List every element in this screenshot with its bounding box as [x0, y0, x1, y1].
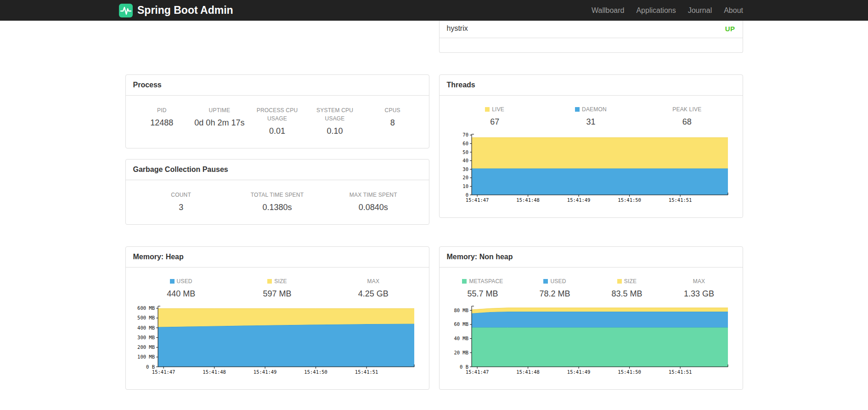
svg-text:15:41:49: 15:41:49	[567, 369, 590, 375]
memory-heap-panel: Memory: Heap USED 440 MB	[125, 246, 429, 390]
nav-link[interactable]: Applications	[630, 6, 682, 15]
health-service-name: hystrix	[447, 24, 468, 33]
metric: PROCESS CPU USAGE 0.01	[248, 106, 306, 136]
metric-value: 12488	[133, 118, 191, 128]
svg-text:15:41:47: 15:41:47	[152, 369, 175, 375]
metric-label: SIZE	[274, 278, 287, 285]
svg-text:50: 50	[462, 149, 468, 155]
metric-value: 1.33 GB	[663, 289, 735, 299]
metric-value: 440 MB	[133, 289, 229, 299]
metric: SYSTEM CPU USAGE 0.10	[306, 106, 364, 136]
process-panel-title: Process	[126, 75, 429, 96]
nav-link[interactable]: Journal	[682, 6, 718, 15]
metric: METASPACE 55.7 MB	[447, 277, 519, 299]
metric-value: 0.01	[248, 126, 306, 136]
metric-label: SYSTEM CPU USAGE	[316, 107, 353, 122]
brand-title: Spring Boot Admin	[137, 4, 233, 17]
memory-heap-panel-title: Memory: Heap	[126, 247, 429, 268]
gc-panel-title: Garbage Collection Pauses	[126, 159, 429, 180]
metric: CPUS 8	[364, 106, 422, 136]
legend-swatch	[462, 279, 467, 284]
metric-value: 78.2 MB	[519, 289, 591, 299]
nav-link[interactable]: About	[718, 6, 749, 15]
health-panel-footer	[440, 38, 743, 52]
svg-text:40 MB: 40 MB	[454, 336, 468, 341]
legend-swatch	[485, 107, 490, 112]
metric: DAEMON 31	[543, 105, 639, 127]
svg-text:60: 60	[462, 141, 468, 146]
metric-label-row: MAX TIME SPENT	[325, 190, 421, 199]
metric-label-row: LIVE	[447, 105, 543, 113]
metric-label: PROCESS CPU USAGE	[257, 107, 298, 122]
metric-label-row: PROCESS CPU USAGE	[248, 106, 306, 122]
process-panel: Process PID 12488	[125, 74, 429, 148]
svg-text:400 MB: 400 MB	[137, 325, 155, 330]
metric: MAX 4.25 GB	[325, 277, 421, 299]
metric-label: PEAK LIVE	[672, 106, 701, 113]
nav-link[interactable]: Wallboard	[586, 6, 630, 15]
process-metrics: PID 12488 UPTIME 0d 0h 2m 17s	[133, 106, 422, 136]
metric-label: USED	[177, 278, 192, 285]
svg-text:0 B: 0 B	[460, 364, 468, 370]
legend-swatch	[267, 279, 272, 284]
svg-text:15:41:48: 15:41:48	[203, 369, 226, 375]
metric-label-row: COUNT	[133, 190, 229, 199]
gc-panel-body: COUNT 3 TOTAL TIME SPENT 0.1380s	[126, 180, 429, 224]
metric-label-row: UPTIME	[191, 106, 248, 114]
metric-label-row: PID	[133, 106, 191, 114]
gc-panel: Garbage Collection Pauses COUNT 3	[125, 159, 429, 225]
metric: MAX 1.33 GB	[663, 277, 735, 299]
metric-label-row: USED	[133, 277, 229, 285]
metric-label-row: MAX	[663, 277, 735, 285]
metric: COUNT 3	[133, 190, 229, 212]
metric-value: 8	[364, 118, 422, 128]
svg-text:15:41:47: 15:41:47	[465, 197, 489, 203]
metric-label-row: CPUS	[364, 106, 422, 114]
metric-label: MAX TIME SPENT	[349, 192, 397, 198]
metric-label-row: TOTAL TIME SPENT	[229, 190, 325, 199]
svg-text:80 MB: 80 MB	[454, 308, 468, 313]
memory-nonheap-panel: Memory: Non heap METASPACE 55.7 MB	[439, 246, 743, 390]
memory-nonheap-panel-title: Memory: Non heap	[440, 247, 743, 268]
metric-value: 68	[639, 117, 735, 127]
heap-metrics: USED 440 MB SIZE 597 MB	[133, 277, 422, 299]
metric-label: CPUS	[385, 107, 400, 114]
svg-text:15:41:51: 15:41:51	[668, 369, 692, 375]
svg-text:10: 10	[462, 183, 468, 189]
metric-label: DAEMON	[582, 106, 607, 113]
nonheap-chart: 0 B20 MB40 MB60 MB80 MB15:41:4715:41:481…	[447, 303, 735, 378]
metric: SIZE 83.5 MB	[591, 277, 663, 299]
metric-label: MAX	[693, 278, 705, 285]
brand[interactable]: Spring Boot Admin	[119, 4, 233, 17]
svg-text:0 B: 0 B	[146, 364, 155, 370]
metric-label: MAX	[367, 278, 380, 285]
metric-value: 83.5 MB	[591, 289, 663, 299]
svg-text:70: 70	[462, 132, 468, 137]
memory-nonheap-panel-body: METASPACE 55.7 MB USED 78.2 MB	[440, 268, 743, 389]
nav-links: Wallboard Applications Journal About	[586, 6, 749, 15]
metric-label: LIVE	[492, 106, 504, 113]
metric-label: SIZE	[624, 278, 637, 285]
svg-text:15:41:51: 15:41:51	[355, 369, 378, 375]
metric-value: 3	[133, 203, 229, 212]
nonheap-metrics: METASPACE 55.7 MB USED 78.2 MB	[447, 277, 735, 299]
svg-text:0: 0	[465, 192, 468, 198]
metric: MAX TIME SPENT 0.0840s	[325, 190, 421, 212]
main-content: hystrix UP Process	[125, 21, 743, 390]
metric-label-row: USED	[519, 277, 591, 285]
metric-label: METASPACE	[469, 278, 503, 285]
metric: LIVE 67	[447, 105, 543, 127]
brand-logo-icon	[119, 4, 133, 17]
navbar: Spring Boot Admin Wallboard Applications…	[0, 0, 868, 21]
metric-value: 55.7 MB	[447, 289, 519, 299]
metric: UPTIME 0d 0h 2m 17s	[191, 106, 248, 136]
svg-text:15:41:50: 15:41:50	[304, 369, 327, 375]
page: Spring Boot Admin Wallboard Applications…	[0, 0, 868, 410]
memory-heap-panel-body: USED 440 MB SIZE 597 MB	[126, 268, 429, 389]
metric-value: 4.25 GB	[325, 289, 421, 299]
svg-text:15:41:49: 15:41:49	[567, 197, 590, 203]
nonheap-chart-wrap: 0 B20 MB40 MB60 MB80 MB15:41:4715:41:481…	[447, 303, 735, 378]
svg-text:30: 30	[462, 166, 468, 172]
metric: TOTAL TIME SPENT 0.1380s	[229, 190, 325, 212]
metric-label-row: METASPACE	[447, 277, 519, 285]
